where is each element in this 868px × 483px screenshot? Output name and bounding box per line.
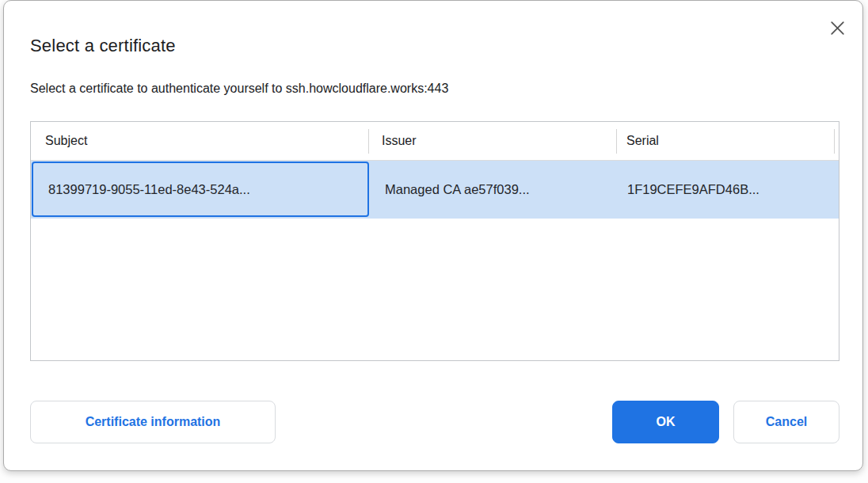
table-header: Subject Issuer Serial — [31, 122, 839, 161]
column-separator — [368, 129, 369, 154]
cell-issuer: Managed CA ae57f039... — [369, 161, 617, 219]
column-header-issuer: Issuer — [368, 122, 616, 160]
column-header-serial: Serial — [616, 122, 834, 160]
header-gutter — [834, 122, 839, 160]
certificate-table: Subject Issuer Serial 81399719-9055-11ed… — [30, 121, 839, 361]
certificate-select-dialog: Select a certificate Select a certificat… — [3, 0, 863, 471]
column-header-label: Issuer — [382, 134, 417, 148]
ok-button[interactable]: OK — [612, 401, 719, 443]
table-body: 81399719-9055-11ed-8e43-524a... Managed … — [31, 161, 839, 219]
dialog-title: Select a certificate — [30, 36, 176, 56]
column-separator — [834, 129, 835, 154]
close-button[interactable] — [821, 12, 853, 44]
cell-subject: 81399719-9055-11ed-8e43-524a... — [32, 162, 369, 217]
certificate-row-selected[interactable]: 81399719-9055-11ed-8e43-524a... Managed … — [31, 161, 839, 219]
cancel-button[interactable]: Cancel — [733, 401, 839, 443]
column-header-subject: Subject — [31, 122, 368, 160]
certificate-information-button[interactable]: Certificate information — [30, 401, 276, 443]
screen: Select a certificate Select a certificat… — [0, 0, 868, 483]
close-icon — [828, 18, 847, 38]
column-header-label: Subject — [45, 134, 87, 148]
cell-serial: 1F19CEFE9AFD46B... — [617, 161, 839, 219]
dialog-subtitle: Select a certificate to authenticate you… — [30, 82, 448, 96]
column-separator — [616, 129, 617, 154]
column-header-label: Serial — [626, 134, 659, 148]
